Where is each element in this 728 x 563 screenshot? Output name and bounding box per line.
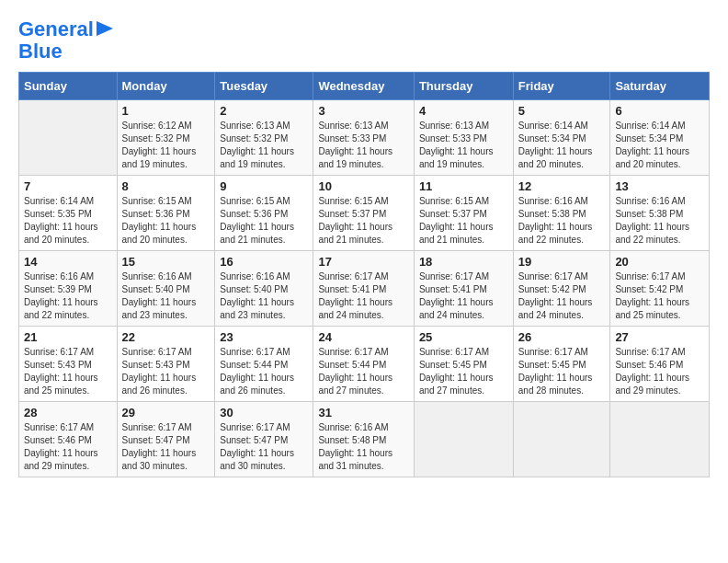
calendar-body: 1Sunrise: 6:12 AMSunset: 5:32 PMDaylight… [19, 100, 710, 477]
day-number: 14 [24, 255, 112, 269]
day-info: Sunrise: 6:17 AMSunset: 5:46 PMDaylight:… [615, 346, 704, 397]
calendar-cell: 8Sunrise: 6:15 AMSunset: 5:36 PMDaylight… [117, 176, 215, 251]
day-number: 28 [24, 406, 112, 419]
day-info: Sunrise: 6:15 AMSunset: 5:36 PMDaylight:… [122, 195, 210, 247]
calendar-cell: 30Sunrise: 6:17 AMSunset: 5:47 PMDayligh… [215, 402, 313, 477]
day-info: Sunrise: 6:16 AMSunset: 5:40 PMDaylight:… [122, 270, 210, 322]
calendar-cell: 9Sunrise: 6:15 AMSunset: 5:36 PMDaylight… [215, 176, 313, 251]
logo-arrow-icon [97, 21, 113, 36]
calendar-cell: 28Sunrise: 6:17 AMSunset: 5:46 PMDayligh… [19, 402, 118, 477]
calendar-cell: 25Sunrise: 6:17 AMSunset: 5:45 PMDayligh… [414, 327, 513, 402]
calendar-cell: 22Sunrise: 6:17 AMSunset: 5:43 PMDayligh… [117, 327, 215, 402]
day-number: 2 [220, 104, 308, 118]
calendar-cell: 31Sunrise: 6:16 AMSunset: 5:48 PMDayligh… [313, 402, 414, 477]
calendar-cell: 18Sunrise: 6:17 AMSunset: 5:41 PMDayligh… [414, 251, 513, 327]
calendar-cell: 7Sunrise: 6:14 AMSunset: 5:35 PMDaylight… [19, 176, 118, 251]
day-info: Sunrise: 6:17 AMSunset: 5:41 PMDaylight:… [318, 270, 408, 322]
day-number: 30 [220, 406, 308, 419]
calendar-cell: 15Sunrise: 6:16 AMSunset: 5:40 PMDayligh… [117, 251, 215, 327]
day-number: 4 [419, 104, 508, 118]
day-number: 7 [24, 179, 112, 193]
header-thursday: Thursday [414, 73, 513, 100]
day-number: 26 [518, 330, 606, 344]
day-info: Sunrise: 6:17 AMSunset: 5:42 PMDaylight:… [615, 270, 704, 322]
day-info: Sunrise: 6:14 AMSunset: 5:34 PMDaylight:… [615, 120, 704, 171]
day-number: 21 [24, 330, 112, 344]
calendar-week-5: 28Sunrise: 6:17 AMSunset: 5:46 PMDayligh… [19, 402, 710, 477]
day-info: Sunrise: 6:16 AMSunset: 5:40 PMDaylight:… [220, 270, 308, 322]
day-info: Sunrise: 6:17 AMSunset: 5:45 PMDaylight:… [518, 346, 606, 397]
day-number: 16 [220, 255, 308, 269]
calendar-cell [19, 100, 118, 176]
day-info: Sunrise: 6:14 AMSunset: 5:35 PMDaylight:… [24, 195, 112, 247]
calendar-cell: 19Sunrise: 6:17 AMSunset: 5:42 PMDayligh… [513, 251, 610, 327]
calendar-cell: 4Sunrise: 6:13 AMSunset: 5:33 PMDaylight… [414, 100, 513, 176]
day-info: Sunrise: 6:16 AMSunset: 5:38 PMDaylight:… [615, 195, 704, 247]
calendar-cell: 3Sunrise: 6:13 AMSunset: 5:33 PMDaylight… [313, 100, 414, 176]
day-info: Sunrise: 6:17 AMSunset: 5:46 PMDaylight:… [24, 421, 112, 473]
calendar-cell: 27Sunrise: 6:17 AMSunset: 5:46 PMDayligh… [610, 327, 710, 402]
day-info: Sunrise: 6:13 AMSunset: 5:33 PMDaylight:… [318, 120, 408, 171]
day-info: Sunrise: 6:16 AMSunset: 5:39 PMDaylight:… [24, 270, 112, 322]
calendar-cell: 5Sunrise: 6:14 AMSunset: 5:34 PMDaylight… [513, 100, 610, 176]
day-info: Sunrise: 6:17 AMSunset: 5:45 PMDaylight:… [419, 346, 508, 397]
logo: General Blue [18, 18, 113, 63]
day-info: Sunrise: 6:17 AMSunset: 5:47 PMDaylight:… [220, 421, 308, 473]
calendar-cell: 20Sunrise: 6:17 AMSunset: 5:42 PMDayligh… [610, 251, 710, 327]
day-number: 3 [318, 104, 408, 118]
header-wednesday: Wednesday [313, 73, 414, 100]
header-tuesday: Tuesday [215, 73, 313, 100]
day-info: Sunrise: 6:15 AMSunset: 5:36 PMDaylight:… [220, 195, 308, 247]
calendar-cell: 11Sunrise: 6:15 AMSunset: 5:37 PMDayligh… [414, 176, 513, 251]
day-info: Sunrise: 6:17 AMSunset: 5:44 PMDaylight:… [318, 346, 408, 397]
day-info: Sunrise: 6:14 AMSunset: 5:34 PMDaylight:… [518, 120, 606, 171]
day-info: Sunrise: 6:16 AMSunset: 5:38 PMDaylight:… [518, 195, 606, 247]
calendar-week-2: 7Sunrise: 6:14 AMSunset: 5:35 PMDaylight… [19, 176, 710, 251]
calendar-cell: 29Sunrise: 6:17 AMSunset: 5:47 PMDayligh… [117, 402, 215, 477]
day-info: Sunrise: 6:17 AMSunset: 5:43 PMDaylight:… [122, 346, 210, 397]
calendar-week-1: 1Sunrise: 6:12 AMSunset: 5:32 PMDaylight… [19, 100, 710, 176]
calendar-cell [513, 402, 610, 477]
day-number: 22 [122, 330, 210, 344]
calendar-cell: 14Sunrise: 6:16 AMSunset: 5:39 PMDayligh… [19, 251, 118, 327]
calendar-cell: 12Sunrise: 6:16 AMSunset: 5:38 PMDayligh… [513, 176, 610, 251]
day-number: 20 [615, 255, 704, 269]
day-info: Sunrise: 6:13 AMSunset: 5:33 PMDaylight:… [419, 120, 508, 171]
day-info: Sunrise: 6:17 AMSunset: 5:43 PMDaylight:… [24, 346, 112, 397]
calendar-cell: 26Sunrise: 6:17 AMSunset: 5:45 PMDayligh… [513, 327, 610, 402]
day-number: 1 [122, 104, 210, 118]
day-number: 12 [518, 179, 606, 193]
day-number: 27 [615, 330, 704, 344]
header-saturday: Saturday [610, 73, 710, 100]
calendar-cell: 10Sunrise: 6:15 AMSunset: 5:37 PMDayligh… [313, 176, 414, 251]
day-info: Sunrise: 6:17 AMSunset: 5:47 PMDaylight:… [122, 421, 210, 473]
day-number: 17 [318, 255, 408, 269]
day-info: Sunrise: 6:17 AMSunset: 5:42 PMDaylight:… [518, 270, 606, 322]
day-number: 6 [615, 104, 704, 118]
calendar-cell: 1Sunrise: 6:12 AMSunset: 5:32 PMDaylight… [117, 100, 215, 176]
day-number: 10 [318, 179, 408, 193]
day-number: 24 [318, 330, 408, 344]
header: General Blue [18, 18, 710, 63]
day-number: 13 [615, 179, 704, 193]
calendar-cell: 23Sunrise: 6:17 AMSunset: 5:44 PMDayligh… [215, 327, 313, 402]
day-info: Sunrise: 6:13 AMSunset: 5:32 PMDaylight:… [220, 120, 308, 171]
day-info: Sunrise: 6:17 AMSunset: 5:44 PMDaylight:… [220, 346, 308, 397]
day-number: 11 [419, 179, 508, 193]
header-monday: Monday [117, 73, 215, 100]
day-info: Sunrise: 6:16 AMSunset: 5:48 PMDaylight:… [318, 421, 408, 473]
header-sunday: Sunday [19, 73, 118, 100]
day-number: 18 [419, 255, 508, 269]
day-number: 9 [220, 179, 308, 193]
day-number: 8 [122, 179, 210, 193]
calendar-header-row: SundayMondayTuesdayWednesdayThursdayFrid… [19, 73, 710, 100]
day-number: 23 [220, 330, 308, 344]
calendar-cell: 17Sunrise: 6:17 AMSunset: 5:41 PMDayligh… [313, 251, 414, 327]
calendar-cell: 2Sunrise: 6:13 AMSunset: 5:32 PMDaylight… [215, 100, 313, 176]
calendar-table: SundayMondayTuesdayWednesdayThursdayFrid… [18, 72, 710, 477]
day-info: Sunrise: 6:12 AMSunset: 5:32 PMDaylight:… [122, 120, 210, 171]
day-number: 19 [518, 255, 606, 269]
calendar-cell [414, 402, 513, 477]
day-info: Sunrise: 6:15 AMSunset: 5:37 PMDaylight:… [318, 195, 408, 247]
header-friday: Friday [513, 73, 610, 100]
